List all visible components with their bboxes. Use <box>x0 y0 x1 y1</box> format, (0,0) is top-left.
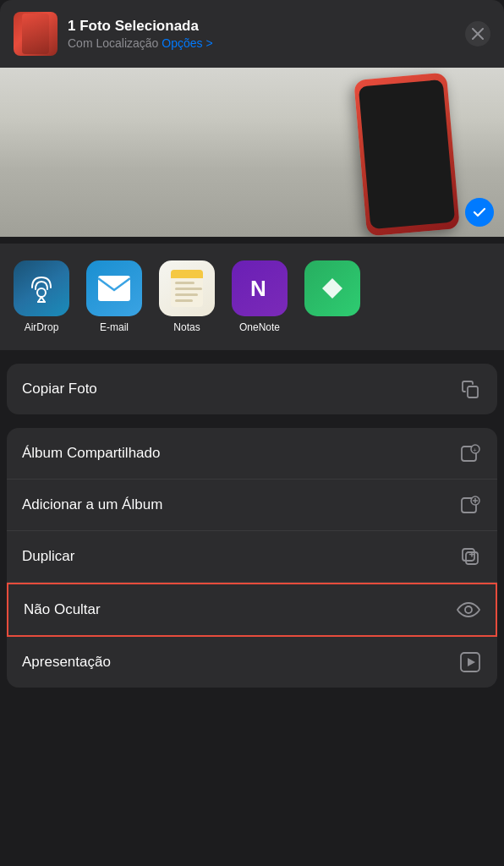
eye-icon <box>457 598 480 622</box>
header-text: 1 Foto Selecionada Com Localização Opçõe… <box>68 18 455 50</box>
adicionar-album-label: Adicionar a um Álbum <box>22 496 162 513</box>
svg-point-0 <box>37 288 46 297</box>
email-icon-bg <box>86 260 142 316</box>
shared-album-icon: + <box>458 441 482 465</box>
svg-point-19 <box>465 606 472 613</box>
duplicate-icon <box>458 545 482 568</box>
header-title: 1 Foto Selecionada <box>68 18 455 35</box>
airdrop-label: AirDrop <box>25 321 59 333</box>
album-compartilhado-label: Álbum Compartilhado <box>22 445 160 462</box>
photo-thumbnail <box>14 12 58 56</box>
svg-rect-4 <box>98 276 130 301</box>
divider-3 <box>0 414 504 421</box>
onenote-label: OneNote <box>239 321 280 333</box>
app-onenote[interactable]: N OneNote <box>232 260 288 333</box>
action-nao-ocultar[interactable]: Não Ocultar <box>7 583 497 637</box>
more-app-icon <box>304 260 360 316</box>
duplicar-label: Duplicar <box>22 548 74 565</box>
actions-group-2: Álbum Compartilhado + Adicionar a um Álb… <box>7 428 497 688</box>
email-label: E-mail <box>100 321 129 333</box>
app-more[interactable] <box>304 260 360 316</box>
notas-label: Notas <box>173 321 200 333</box>
action-duplicar[interactable]: Duplicar <box>7 531 497 583</box>
action-copiar-foto[interactable]: Copiar Foto <box>7 364 497 414</box>
svg-text:N: N <box>250 276 266 301</box>
svg-text:+: + <box>473 447 477 454</box>
airdrop-icon-bg <box>14 260 69 316</box>
svg-rect-7 <box>468 386 478 397</box>
onenote-icon-bg: N <box>232 260 288 316</box>
action-album-compartilhado[interactable]: Álbum Compartilhado + <box>7 428 497 480</box>
nao-ocultar-label: Não Ocultar <box>24 601 101 618</box>
options-link[interactable]: Opções > <box>162 36 212 50</box>
header-subtitle: Com Localização Opções > <box>68 36 455 50</box>
app-airdrop[interactable]: AirDrop <box>14 260 69 333</box>
share-header: 1 Foto Selecionada Com Localização Opçõe… <box>0 0 504 68</box>
selection-checkmark <box>465 198 494 227</box>
section-divider-2 <box>0 350 504 357</box>
action-adicionar-album[interactable]: Adicionar a um Álbum <box>7 480 497 531</box>
notas-icon-bg <box>159 260 215 316</box>
action-apresentacao[interactable]: Apresentação <box>7 637 497 688</box>
phone-in-photo <box>353 73 460 237</box>
copy-icon <box>458 377 482 401</box>
play-icon <box>458 650 482 674</box>
app-notas[interactable]: Notas <box>159 260 215 333</box>
photo-preview <box>0 68 504 237</box>
apresentacao-label: Apresentação <box>22 654 111 671</box>
apps-row: AirDrop E-mail Notas N <box>0 244 504 350</box>
add-album-icon <box>458 493 482 517</box>
close-button[interactable] <box>465 21 490 47</box>
svg-marker-21 <box>468 658 475 666</box>
section-divider <box>0 237 504 244</box>
app-email[interactable]: E-mail <box>86 260 142 333</box>
copiar-foto-label: Copiar Foto <box>22 381 97 397</box>
actions-group-1: Copiar Foto <box>7 364 497 414</box>
